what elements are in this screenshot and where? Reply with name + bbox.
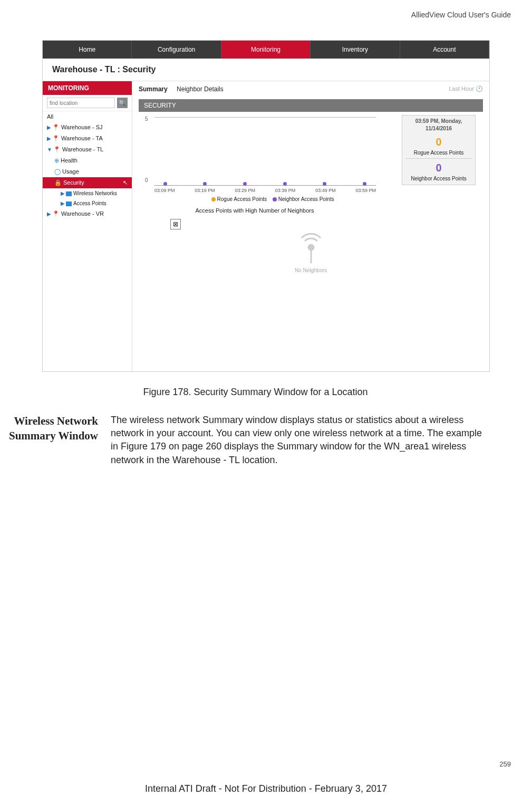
tree-label: Health — [61, 157, 78, 164]
tab-inventory[interactable]: Inventory — [311, 41, 400, 59]
data-point — [323, 182, 326, 186]
plus-icon: ⊕ — [54, 157, 59, 164]
x-tick: 03:39 PM — [275, 188, 296, 193]
lock-icon: 🔒 — [54, 179, 62, 186]
tab-account[interactable]: Account — [400, 41, 489, 59]
section-title: Wireless Network Summary Window — [0, 414, 98, 467]
page-number: 259 — [499, 760, 511, 768]
section-body: The wireless network Summary window disp… — [111, 414, 490, 467]
tree-label: Usage — [62, 168, 79, 175]
subtabs: Summary Neighbor Details Last Hour 🕐 — [139, 85, 483, 96]
caret-icon: ▶ — [47, 136, 51, 141]
swatch-icon — [211, 197, 216, 202]
figure-caption: Figure 178. Security Summary Window for … — [0, 387, 511, 398]
sidebar: MONITORING 🔍 All ▶📍 Warehouse - SJ ▶📍 Wa… — [43, 81, 132, 371]
cursor-icon: ↖ — [123, 179, 128, 186]
pin-icon: 📍 — [52, 135, 60, 141]
subtab-summary[interactable]: Summary — [139, 85, 168, 93]
tooltip-timestamp: 03:59 PM, Monday, 11/14/2016 — [405, 118, 472, 132]
tree-warehouse-vr[interactable]: ▶📍 Warehouse - VR — [43, 208, 132, 219]
tree-health[interactable]: ⊕ Health — [43, 155, 132, 166]
data-point — [283, 182, 287, 186]
search-icon[interactable]: 🔍 — [117, 98, 128, 108]
svg-point-0 — [308, 245, 314, 250]
tree-warehouse-tl[interactable]: ▼📍 Warehouse - TL — [43, 144, 132, 155]
tree-label: Warehouse - SJ — [61, 124, 102, 130]
pin-icon: 📍 — [52, 124, 60, 130]
tree-warehouse-sj[interactable]: ▶📍 Warehouse - SJ — [43, 122, 132, 133]
pin-icon: 📍 — [52, 210, 60, 217]
y-tick-5: 5 — [145, 116, 148, 122]
data-point — [363, 182, 366, 186]
x-tick: 03:59 PM — [355, 188, 376, 193]
no-neighbors: No Neighbors — [139, 233, 483, 273]
doc-footer: Internal ATI Draft - Not For Distributio… — [0, 783, 532, 794]
legend-label: Neighbor Access Points — [278, 196, 334, 202]
chart-tooltip: 03:59 PM, Monday, 11/14/2016 0 Rogue Acc… — [402, 115, 476, 185]
neighbors-heading: Access Points with High Number of Neighb… — [139, 207, 371, 214]
antenna-icon — [295, 233, 327, 264]
swatch-icon — [273, 197, 277, 202]
chart-legend: Rogue Access Points Neighbor Access Poin… — [154, 196, 386, 202]
x-tick: 03:49 PM — [315, 188, 336, 193]
data-point — [203, 182, 207, 186]
no-neighbors-label: No Neighbors — [139, 267, 483, 273]
tree-label: Warehouse - TA — [61, 135, 103, 141]
tooltip-rogue-label: Rogue Access Points — [405, 149, 472, 157]
sidebar-search: 🔍 — [43, 95, 132, 111]
folder-icon — [66, 191, 72, 196]
chart-plot — [154, 117, 376, 186]
tree-access-points[interactable]: ▶Access Points — [43, 198, 132, 208]
sidebar-title: MONITORING — [43, 81, 132, 95]
tab-monitoring[interactable]: Monitoring — [221, 41, 311, 59]
x-tick: 03:09 PM — [154, 188, 175, 193]
time-selector[interactable]: Last Hour 🕐 — [449, 85, 483, 92]
data-point — [243, 182, 247, 186]
gridline — [154, 117, 376, 118]
main-panel: Summary Neighbor Details Last Hour 🕐 SEC… — [132, 81, 489, 371]
security-chart: 03:59 PM, Monday, 11/14/2016 0 Rogue Acc… — [139, 112, 483, 204]
chart-title: SECURITY — [139, 99, 483, 112]
search-input[interactable] — [47, 98, 115, 108]
tree-usage[interactable]: ◯ Usage — [43, 166, 132, 177]
tree-label: Wireless Networks — [73, 190, 117, 196]
caret-icon: ▶ — [47, 211, 51, 217]
tab-configuration[interactable]: Configuration — [132, 41, 221, 59]
tab-home[interactable]: Home — [43, 41, 132, 59]
folder-icon — [66, 202, 72, 206]
tree-wireless-networks[interactable]: ▶Wireless Networks — [43, 188, 132, 198]
breadcrumb: Warehouse - TL : Security — [43, 59, 489, 81]
screenshot-frame: Home Configuration Monitoring Inventory … — [42, 40, 490, 372]
tree-label: Access Points — [73, 200, 107, 206]
circle-icon: ◯ — [54, 168, 61, 175]
pin-icon: 📍 — [53, 146, 61, 152]
section: Wireless Network Summary Window The wire… — [0, 414, 511, 467]
caret-icon: ▶ — [61, 200, 65, 206]
tree-security[interactable]: 🔒Security↖ — [43, 177, 132, 188]
clock-icon: 🕐 — [476, 85, 483, 92]
tooltip-rogue-value: 0 — [405, 135, 472, 149]
time-label: Last Hour — [449, 85, 474, 92]
tree-warehouse-ta[interactable]: ▶📍 Warehouse - TA — [43, 133, 132, 144]
doc-header: AlliedView Cloud User's Guide — [0, 11, 511, 19]
top-tabs: Home Configuration Monitoring Inventory … — [43, 41, 489, 59]
x-axis-ticks: 03:09 PM 03:19 PM 03:29 PM 03:39 PM 03:4… — [154, 188, 376, 193]
x-tick: 03:29 PM — [235, 188, 256, 193]
caret-icon: ▶ — [47, 124, 51, 130]
tooltip-neighbor-label: Neighbor Access Points — [405, 175, 472, 183]
subtab-neighbor-details[interactable]: Neighbor Details — [177, 85, 224, 93]
tree-label: Warehouse - VR — [61, 210, 104, 217]
thumbnail-icon[interactable]: ⊠ — [170, 219, 181, 229]
caret-icon: ▶ — [61, 190, 65, 196]
legend-label: Rogue Access Points — [217, 196, 267, 202]
tree-all[interactable]: All — [43, 111, 132, 122]
x-tick: 03:19 PM — [195, 188, 215, 193]
tooltip-neighbor-value: 0 — [405, 160, 472, 175]
caret-down-icon: ▼ — [47, 147, 52, 152]
data-point — [163, 182, 167, 186]
y-tick-0: 0 — [145, 177, 148, 183]
tree-label: Security — [63, 179, 84, 186]
tree-label: Warehouse - TL — [62, 146, 103, 152]
